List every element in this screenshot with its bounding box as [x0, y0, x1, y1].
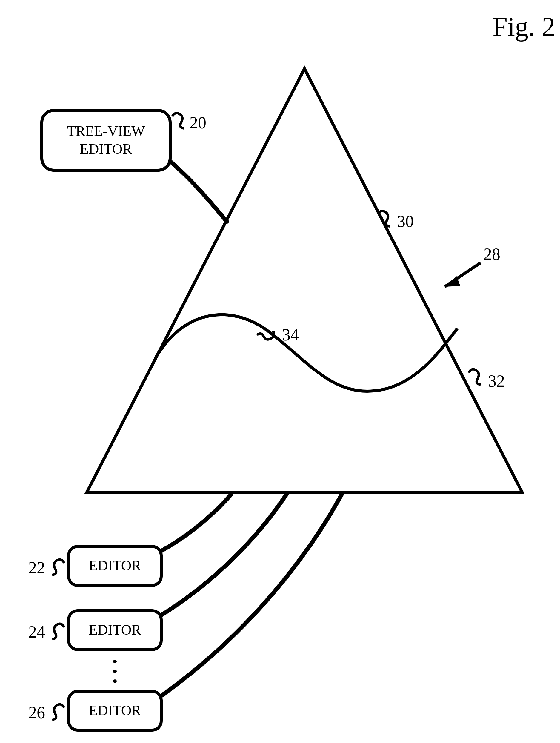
tree-view-editor-box: TREE-VIEW EDITOR 20 [42, 111, 227, 222]
figure-title: Fig. 2 [493, 12, 555, 42]
pyramid-divider [155, 315, 457, 391]
ref-30-label: 30 [397, 212, 414, 230]
tree-view-editor-label-line1: TREE-VIEW [67, 123, 145, 139]
svg-point-6 [113, 669, 117, 673]
ref-32-label: 32 [488, 372, 505, 390]
editor-22-box: EDITOR 22 [28, 494, 231, 585]
svg-rect-2 [42, 111, 170, 170]
editor-24-label: EDITOR [89, 622, 141, 638]
svg-point-5 [113, 660, 117, 663]
ref-28: 28 [445, 245, 500, 287]
editor-26-label: EDITOR [89, 702, 141, 718]
ellipsis-dots [113, 660, 117, 683]
editor-22-label: EDITOR [89, 558, 141, 573]
figure-2-diagram: Fig. 2 30 32 34 28 TREE-VIEW EDITOR 20 [0, 0, 560, 743]
ref-26-label: 26 [28, 703, 45, 722]
svg-point-7 [113, 680, 117, 683]
ref-34-label: 34 [282, 325, 299, 344]
ref-22-label: 22 [28, 559, 45, 577]
tree-view-editor-label-line2: EDITOR [80, 141, 132, 157]
ref-20-label: 20 [190, 114, 206, 132]
ref-32: 32 [469, 369, 505, 390]
ref-28-label: 28 [483, 245, 500, 263]
ref-24-label: 24 [28, 623, 45, 641]
